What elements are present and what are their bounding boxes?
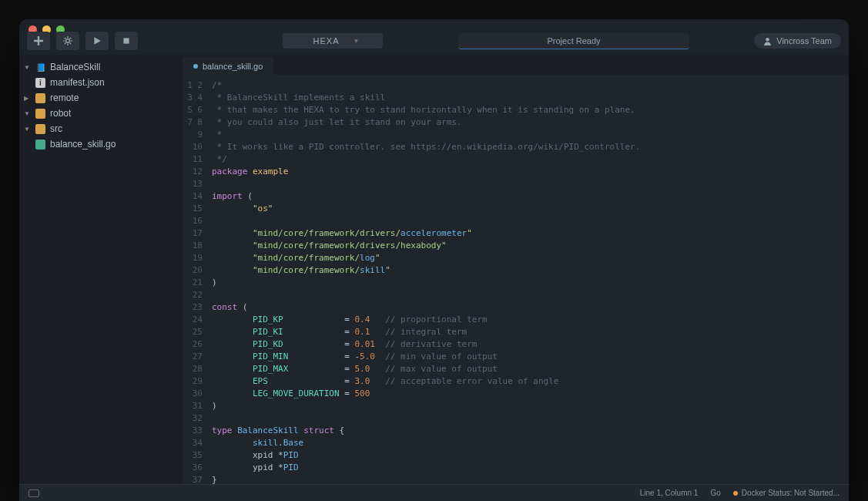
line-gutter: 1 2 3 4 5 6 7 8 9 10 11 12 13 14 15 16 1…: [183, 75, 209, 484]
status-bar: Line 1, Column 1 Go Docker Status: Not S…: [19, 484, 849, 501]
chevron-down-icon: ▼: [354, 38, 360, 45]
add-button[interactable]: [27, 32, 50, 50]
tree-file-go[interactable]: balance_skill.go: [19, 136, 183, 152]
language-mode[interactable]: Go: [710, 489, 720, 497]
caret-icon: ▼: [24, 110, 31, 117]
project-icon: 📘: [35, 62, 45, 72]
svg-point-2: [766, 38, 769, 41]
settings-button[interactable]: [56, 32, 79, 50]
tree-file-manifest[interactable]: i manifest.json: [19, 75, 183, 90]
caret-icon: ▶: [24, 95, 31, 102]
tree-folder-remote[interactable]: ▶ remote: [19, 90, 183, 106]
folder-icon: [35, 109, 45, 119]
folder-icon: [35, 93, 45, 103]
tree-label: src: [50, 123, 62, 134]
tree-label: manifest.json: [50, 77, 105, 88]
tree-folder-src[interactable]: ▼ src: [19, 121, 183, 136]
user-button[interactable]: Vincross Team: [754, 33, 841, 49]
go-file-icon: [35, 140, 45, 150]
svg-rect-1: [123, 38, 129, 43]
code-content[interactable]: /* * BalanceSkill implements a skill * t…: [209, 75, 849, 484]
tree-label: BalanceSkill: [50, 62, 100, 72]
file-tree: ▼ 📘 BalanceSkill i manifest.json ▶ remot…: [19, 59, 183, 152]
editor-tab-active[interactable]: balance_skill.go: [183, 57, 273, 75]
panel-icon: [28, 489, 39, 497]
project-status: Project Ready: [458, 33, 689, 49]
docker-status[interactable]: Docker Status: Not Started...: [733, 489, 840, 497]
tree-label: remote: [50, 92, 79, 103]
run-button[interactable]: [85, 32, 109, 50]
editor-tabs: balance_skill.go: [183, 55, 849, 75]
user-icon: [763, 37, 772, 45]
panel-toggle[interactable]: [28, 489, 39, 497]
user-label: Vincross Team: [776, 36, 832, 45]
toolbar: HEXA ▼ Project Ready Vincross Team: [19, 27, 849, 55]
titlebar: [19, 19, 849, 27]
tab-label: balance_skill.go: [203, 62, 263, 71]
stop-button[interactable]: [115, 32, 138, 50]
docker-label: Docker Status: Not Started...: [742, 489, 840, 497]
cursor-position[interactable]: Line 1, Column 1: [640, 489, 699, 497]
tree-project-root[interactable]: ▼ 📘 BalanceSkill: [19, 59, 183, 75]
caret-icon: ▼: [24, 64, 31, 71]
modified-dot-icon: [193, 64, 198, 69]
code-area[interactable]: 1 2 3 4 5 6 7 8 9 10 11 12 13 14 15 16 1…: [183, 75, 849, 484]
sidebar: ▼ 📘 BalanceSkill i manifest.json ▶ remot…: [19, 55, 183, 484]
status-dot-icon: [733, 491, 738, 496]
svg-point-0: [66, 39, 70, 43]
info-icon: i: [35, 78, 45, 88]
folder-icon: [35, 124, 45, 134]
editor: balance_skill.go 1 2 3 4 5 6 7 8 9 10 11…: [183, 55, 849, 484]
tree-label: robot: [50, 108, 71, 119]
caret-icon: ▼: [24, 126, 31, 133]
tree-label: balance_skill.go: [50, 139, 116, 150]
tree-folder-robot[interactable]: ▼ robot: [19, 106, 183, 121]
device-label: HEXA: [313, 36, 340, 45]
device-select[interactable]: HEXA ▼: [283, 33, 383, 49]
body: ▼ 📘 BalanceSkill i manifest.json ▶ remot…: [19, 55, 849, 484]
app-window: HEXA ▼ Project Ready Vincross Team ▼ 📘 B…: [19, 19, 849, 501]
